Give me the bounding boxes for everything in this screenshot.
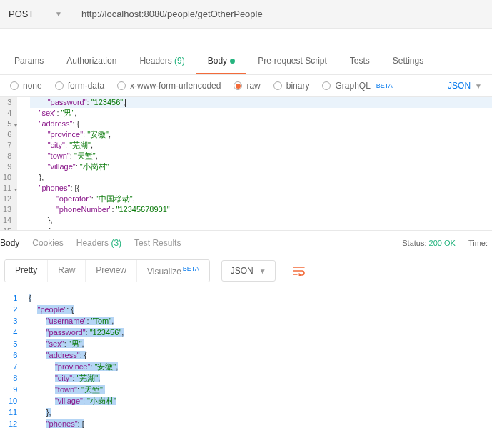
radio-icon xyxy=(10,81,19,90)
viewmode-pretty[interactable]: Pretty xyxy=(5,260,48,282)
body-type-row: none form-data x-www-form-urlencoded raw… xyxy=(0,75,492,97)
code-area[interactable]: "password": "123456", "sex": "男", "addre… xyxy=(17,97,492,230)
bodytype-raw[interactable]: raw xyxy=(234,81,260,91)
url-value: http://localhost:8080/people/getOtherPeo… xyxy=(81,9,263,19)
response-controls: Pretty Raw Preview VisualizeBETA JSON ▼ xyxy=(0,255,492,287)
viewmode-preview[interactable]: Preview xyxy=(86,260,137,282)
resp-code-area[interactable]: { "people": { "username": "Tom", "passwo… xyxy=(26,292,492,429)
view-mode-group: Pretty Raw Preview VisualizeBETA xyxy=(4,259,210,282)
viewmode-visualize[interactable]: VisualizeBETA xyxy=(137,260,209,282)
tab-prerequest[interactable]: Pre-request Script xyxy=(246,49,338,74)
radio-icon xyxy=(273,81,282,90)
resp-tab-headers[interactable]: Headers (3) xyxy=(76,238,121,248)
response-type-select[interactable]: JSON ▼ xyxy=(221,260,276,282)
response-body-editor[interactable]: 123456789101112 { "people": { "username"… xyxy=(0,292,492,429)
beta-badge: BETA xyxy=(376,82,393,89)
radio-checked-icon xyxy=(234,81,242,90)
modified-dot-icon xyxy=(230,59,235,64)
bodytype-none[interactable]: none xyxy=(10,81,42,91)
bodytype-binary[interactable]: binary xyxy=(273,81,310,91)
http-method-value: POST xyxy=(9,9,34,19)
request-body-editor[interactable]: 345▾67891011▾12131415▾16 "password": "12… xyxy=(0,97,492,230)
chevron-down-icon: ▼ xyxy=(475,82,482,90)
bodytype-formdata[interactable]: form-data xyxy=(55,81,104,91)
resp-tab-testresults[interactable]: Test Results xyxy=(134,238,181,248)
resp-tab-body[interactable]: Body xyxy=(0,238,19,248)
chevron-down-icon: ▼ xyxy=(259,267,266,275)
resp-line-gutter: 123456789101112 xyxy=(0,292,26,429)
response-status: Status: 200 OK xyxy=(402,239,456,247)
chevron-down-icon: ▼ xyxy=(55,10,62,18)
tab-authorization[interactable]: Authorization xyxy=(55,49,128,74)
tab-settings[interactable]: Settings xyxy=(381,49,435,74)
tab-tests[interactable]: Tests xyxy=(338,49,381,74)
url-input[interactable]: http://localhost:8080/people/getOtherPeo… xyxy=(71,0,492,28)
tab-body[interactable]: Body xyxy=(196,49,246,74)
tab-headers[interactable]: Headers (9) xyxy=(128,49,196,74)
viewmode-raw[interactable]: Raw xyxy=(48,260,86,282)
radio-icon xyxy=(55,81,64,90)
bodytype-urlencoded[interactable]: x-www-form-urlencoded xyxy=(117,81,221,91)
request-tabs: Params Authorization Headers (9) Body Pr… xyxy=(0,49,492,75)
radio-icon xyxy=(322,81,331,90)
line-gutter: 345▾67891011▾12131415▾16 xyxy=(0,97,17,230)
beta-badge: BETA xyxy=(183,265,199,272)
response-time: Time: xyxy=(468,239,492,247)
wrap-icon xyxy=(293,266,306,276)
http-method-select[interactable]: POST ▼ xyxy=(0,0,71,28)
raw-type-select[interactable]: JSON ▼ xyxy=(448,81,482,91)
bodytype-graphql[interactable]: GraphQLBETA xyxy=(322,81,392,91)
tab-params[interactable]: Params xyxy=(3,49,55,74)
wrap-lines-button[interactable] xyxy=(287,262,311,280)
resp-tab-cookies[interactable]: Cookies xyxy=(32,238,63,248)
response-tabs: Body Cookies Headers (3) Test Results St… xyxy=(0,230,492,255)
request-bar: POST ▼ http://localhost:8080/people/getO… xyxy=(0,0,492,29)
radio-icon xyxy=(117,81,126,90)
